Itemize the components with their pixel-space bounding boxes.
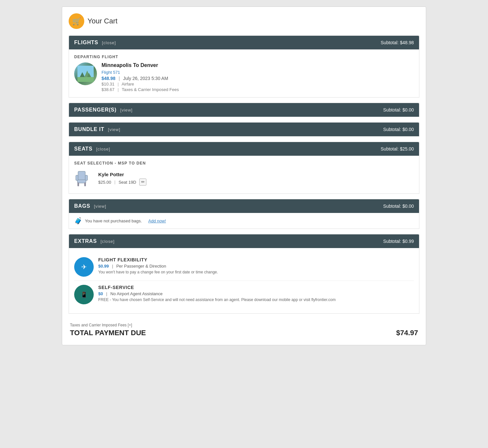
seats-header-left: SEATS [close] xyxy=(74,146,110,152)
svg-text:🛒: 🛒 xyxy=(72,17,81,26)
flight-date: July 26, 2023 5:30 AM xyxy=(123,76,168,81)
seat-number: Seat 19D xyxy=(118,179,136,184)
flight-flexibility-name: FLIGHT FLEXIBILITY xyxy=(98,257,218,262)
svg-text:✈: ✈ xyxy=(81,263,87,270)
bundle-header: BUNDLE IT [view] Subtotal: $0.00 xyxy=(69,123,419,136)
flight-flexibility-icon: ✈ xyxy=(74,257,94,277)
seat-details: Kyle Potter $25.00 | Seat 19D ✏ xyxy=(98,172,146,186)
seat-passenger: Kyle Potter xyxy=(98,172,146,177)
taxes-label: Taxes & Carrier Imposed Fees xyxy=(122,87,179,92)
svg-text:📱: 📱 xyxy=(80,291,88,298)
flight-price-row: $48.98 | July 26, 2023 5:30 AM xyxy=(102,76,179,81)
flight-row: Minneapolis To Denver Flight 571 $48.98 … xyxy=(74,62,414,92)
mountain-scene-icon xyxy=(77,66,94,82)
extra-item-flexibility: ✈ FLIGHT FLEXIBILITY $0.99 | Per Passeng… xyxy=(74,253,414,281)
svg-rect-12 xyxy=(85,175,88,180)
price-separator: | xyxy=(119,76,120,81)
bags-label: BAGS xyxy=(74,203,90,209)
seats-body: SEAT SELECTION - MSP TO DEN Kyle Potter xyxy=(69,156,419,193)
flights-label: FLIGHTS xyxy=(74,40,98,45)
passengers-section: PASSENGER(S) [view] Subtotal: $0.00 xyxy=(69,103,419,117)
total-amount: $74.97 xyxy=(396,329,418,337)
extras-subtotal: Subtotal: $0.99 xyxy=(383,239,414,244)
cart-header: 🛒 Your Cart xyxy=(69,13,419,29)
bags-icon: 🧳 xyxy=(74,217,82,225)
bags-notice: 🧳 You have not purchased bags. Add now! xyxy=(69,213,419,229)
flights-body: DEPARTING FLIGHT Minneapolis To Denver F… xyxy=(69,49,419,97)
flight-price: $48.98 xyxy=(102,76,115,81)
flight-thumbnail xyxy=(74,62,97,85)
extras-toggle[interactable]: [close] xyxy=(101,239,115,244)
passengers-toggle[interactable]: [view] xyxy=(120,108,132,112)
svg-rect-6 xyxy=(77,77,94,82)
self-service-details: SELF-SERVICE $0 | No Airport Agent Assis… xyxy=(98,285,336,302)
bags-toggle[interactable]: [view] xyxy=(94,204,106,209)
extras-section: EXTRAS [close] Subtotal: $0.99 ✈ FLIGHT … xyxy=(69,234,419,314)
seats-section: SEATS [close] Subtotal: $25.00 SEAT SELE… xyxy=(69,142,419,194)
self-service-price-row: $0 | No Airport Agent Assistance xyxy=(98,291,336,296)
passengers-header: PASSENGER(S) [view] Subtotal: $0.00 xyxy=(69,103,419,117)
svg-rect-9 xyxy=(77,182,79,186)
total-footer: Taxes and Carrier Imposed Fees [+] TOTAL… xyxy=(69,319,419,338)
bundle-toggle[interactable]: [view] xyxy=(108,127,120,132)
passengers-label: PASSENGER(S) xyxy=(74,107,116,112)
flights-header: FLIGHTS [close] Subtotal: $48.98 xyxy=(69,36,419,49)
flight-flexibility-desc: Per Passenger & Direction xyxy=(116,264,166,269)
self-service-icon: 📱 xyxy=(74,285,94,304)
bags-section: BAGS [view] Subtotal: $0.00 🧳 You have n… xyxy=(69,199,419,229)
total-row: TOTAL PAYMENT DUE $74.97 xyxy=(70,329,418,337)
airfare-amount: $10.31 xyxy=(102,82,115,86)
flight-flexibility-details: FLIGHT FLEXIBILITY $0.99 | Per Passenger… xyxy=(98,257,218,274)
bags-header: BAGS [view] Subtotal: $0.00 xyxy=(69,199,419,213)
self-service-price-desc: No Airport Agent Assistance xyxy=(110,291,162,296)
seat-price: $25.00 xyxy=(98,179,111,184)
bundle-label: BUNDLE IT xyxy=(74,126,104,132)
flight-flexibility-price-row: $0.99 | Per Passenger & Direction xyxy=(98,264,218,269)
seat-row: Kyle Potter $25.00 | Seat 19D ✏ xyxy=(74,169,414,188)
bundle-subtotal: Subtotal: $0.00 xyxy=(383,127,414,132)
flights-toggle[interactable]: [close] xyxy=(102,40,116,45)
flights-header-left: FLIGHTS [close] xyxy=(74,40,116,46)
taxes-row: $38.67 | Taxes & Carrier Imposed Fees xyxy=(102,87,179,92)
bundle-section: BUNDLE IT [view] Subtotal: $0.00 xyxy=(69,122,419,137)
seat-selection-label: SEAT SELECTION - MSP TO DEN xyxy=(74,161,414,165)
extras-header-left: EXTRAS [close] xyxy=(74,238,115,244)
seats-toggle[interactable]: [close] xyxy=(96,147,110,152)
extras-header: EXTRAS [close] Subtotal: $0.99 xyxy=(69,234,419,248)
passengers-subtotal: Subtotal: $0.00 xyxy=(383,107,414,112)
seats-header: SEATS [close] Subtotal: $25.00 xyxy=(69,142,419,156)
cart-icon: 🛒 xyxy=(69,13,84,29)
flight-flexibility-description: You won't have to pay a change fee on yo… xyxy=(98,270,218,274)
departing-label: DEPARTING FLIGHT xyxy=(74,55,414,59)
extras-body: ✈ FLIGHT FLEXIBILITY $0.99 | Per Passeng… xyxy=(69,248,419,313)
flight-flexibility-price: $0.99 xyxy=(98,264,109,269)
svg-rect-11 xyxy=(76,175,78,180)
svg-rect-7 xyxy=(78,171,85,180)
total-label: TOTAL PAYMENT DUE xyxy=(70,329,146,337)
flights-section: FLIGHTS [close] Subtotal: $48.98 DEPARTI… xyxy=(69,35,419,98)
flight-route: Minneapolis To Denver xyxy=(102,62,179,68)
airfare-row: $10.31 | Airfare xyxy=(102,82,179,86)
cart-container: 🛒 Your Cart FLIGHTS [close] Subtotal: $4… xyxy=(62,7,426,345)
flight-details: Minneapolis To Denver Flight 571 $48.98 … xyxy=(102,62,179,92)
self-service-price: $0 xyxy=(98,291,103,296)
seat-edit-button[interactable]: ✏ xyxy=(139,178,146,186)
cart-title: Your Cart xyxy=(88,17,117,25)
bags-subtotal: Subtotal: $0.00 xyxy=(383,204,414,209)
bags-add-now-link[interactable]: Add now! xyxy=(148,218,166,223)
bags-header-left: BAGS [view] xyxy=(74,203,106,209)
seats-label: SEATS xyxy=(74,146,92,152)
bundle-header-left: BUNDLE IT [view] xyxy=(74,126,120,132)
self-service-name: SELF-SERVICE xyxy=(98,285,336,290)
taxes-note: Taxes and Carrier Imposed Fees [+] xyxy=(70,323,418,327)
bags-notice-text: You have not purchased bags. xyxy=(85,218,142,223)
flights-subtotal: Subtotal: $48.98 xyxy=(381,40,414,45)
extra-item-selfservice: 📱 SELF-SERVICE $0 | No Airport Agent Ass… xyxy=(74,281,414,308)
passengers-header-left: PASSENGER(S) [view] xyxy=(74,107,133,113)
seats-subtotal: Subtotal: $25.00 xyxy=(381,146,414,152)
svg-rect-10 xyxy=(84,182,86,186)
seat-icon xyxy=(74,169,94,188)
extras-label: EXTRAS xyxy=(74,238,97,244)
flight-link[interactable]: Flight 571 xyxy=(102,70,120,75)
taxes-amount: $38.67 xyxy=(102,87,115,92)
